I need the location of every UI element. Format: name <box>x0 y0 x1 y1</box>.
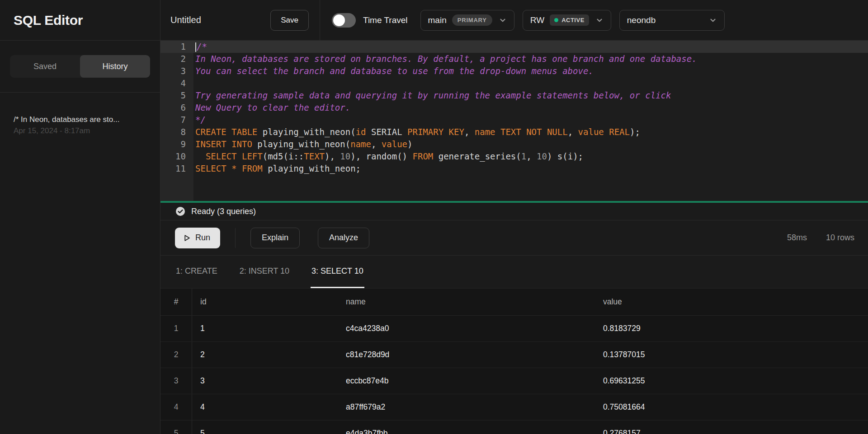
code-text: SELECT * FROM playing_with_neon; <box>193 163 868 175</box>
code-text: In Neon, databases are stored on branche… <box>193 53 868 65</box>
result-row-count: 10 rows <box>826 233 854 243</box>
table-cell: 4 <box>192 394 338 420</box>
main-panel: Untitled Save Time Travel main PRIMARY R… <box>160 0 868 434</box>
active-dot-icon <box>554 18 558 22</box>
result-tab-2-insert-10[interactable]: 2: INSERT 10 <box>239 256 290 288</box>
table-row[interactable]: 11c4ca4238a00.8183729 <box>160 316 868 342</box>
status-row: Ready (3 queries) <box>160 203 868 220</box>
code-line[interactable]: 3You can select the branch and database … <box>160 65 868 77</box>
code-text: Try generating sample data and querying … <box>193 89 868 102</box>
status-message: Ready (3 queries) <box>191 207 256 216</box>
query-duration: 58ms <box>787 233 807 243</box>
save-button[interactable]: Save <box>270 10 309 31</box>
code-text: */ <box>193 114 868 126</box>
line-number: 3 <box>160 65 193 77</box>
history-list: /* In Neon, databases are sto...Apr 15, … <box>0 93 160 159</box>
table-cell: 4 <box>160 394 192 420</box>
run-stats: 58ms 10 rows <box>787 233 854 243</box>
branch-primary-badge: PRIMARY <box>452 14 492 26</box>
time-travel-label: Time Travel <box>363 15 408 25</box>
results-table: #idnamevalue11c4ca4238a00.818372922c81e7… <box>160 289 868 434</box>
column-header-value: value <box>595 289 868 315</box>
sidebar: SQL Editor SavedHistory /* In Neon, data… <box>0 0 160 434</box>
code-line[interactable]: 11SELECT * FROM playing_with_neon; <box>160 163 868 175</box>
code-line[interactable]: 9INSERT INTO playing_with_neon(name, val… <box>160 138 868 150</box>
table-row[interactable]: 55e4da3b7fbb0.2768157 <box>160 420 868 434</box>
table-cell: 0.8183729 <box>595 316 868 341</box>
table-cell: 0.2768157 <box>595 420 868 434</box>
line-number: 4 <box>160 77 193 89</box>
table-row[interactable]: 22c81e728d9d0.13787015 <box>160 342 868 368</box>
code-line[interactable]: 6New Query to clear the editor. <box>160 102 868 114</box>
code-line[interactable]: 1/* <box>160 41 868 53</box>
table-cell: 1 <box>160 316 192 341</box>
analyze-button[interactable]: Analyze <box>318 228 369 248</box>
code-line[interactable]: 4 <box>160 77 868 89</box>
sidebar-tabs-wrap: SavedHistory <box>0 41 160 93</box>
compute-selector[interactable]: RW ACTIVE <box>523 10 611 31</box>
line-number: 8 <box>160 126 193 138</box>
code-text: SELECT LEFT(md5(i::TEXT), 10), random() … <box>193 150 868 163</box>
table-cell: 5 <box>160 420 192 434</box>
time-travel-toggle[interactable] <box>332 13 356 28</box>
database-name: neondb <box>627 15 656 25</box>
saved-history-switch: SavedHistory <box>10 55 150 78</box>
table-row[interactable]: 33eccbc87e4b0.69631255 <box>160 368 868 394</box>
line-number: 6 <box>160 102 193 114</box>
result-tab-1-create[interactable]: 1: CREATE <box>175 256 218 288</box>
sidebar-tab-saved[interactable]: Saved <box>10 55 80 78</box>
code-line[interactable]: 2In Neon, databases are stored on branch… <box>160 53 868 65</box>
table-cell: 2 <box>160 342 192 368</box>
table-cell: 2 <box>192 342 338 368</box>
code-text: New Query to clear the editor. <box>193 102 868 114</box>
table-header-row: #idnamevalue <box>160 289 868 316</box>
code-line[interactable]: 7*/ <box>160 114 868 126</box>
sidebar-header: SQL Editor <box>0 0 160 41</box>
table-cell: c81e728d9d <box>338 342 595 368</box>
compute-active-badge: ACTIVE <box>550 14 589 26</box>
code-line[interactable]: 5Try generating sample data and querying… <box>160 89 868 102</box>
table-cell: 3 <box>192 368 338 394</box>
line-number: 1 <box>160 41 193 53</box>
run-button[interactable]: Run <box>175 228 220 248</box>
branch-selector[interactable]: main PRIMARY <box>420 10 514 31</box>
editor-header: Untitled Save Time Travel main PRIMARY R… <box>160 0 868 41</box>
table-cell: eccbc87e4b <box>338 368 595 394</box>
history-list-item[interactable]: /* In Neon, databases are sto...Apr 15, … <box>14 114 146 137</box>
line-number: 2 <box>160 53 193 65</box>
column-header-id: id <box>192 289 338 315</box>
table-cell: 0.75081664 <box>595 394 868 420</box>
explain-button[interactable]: Explain <box>250 228 300 248</box>
line-number: 5 <box>160 89 193 102</box>
table-cell: 1 <box>192 316 338 341</box>
play-icon <box>183 234 191 242</box>
sidebar-tab-history[interactable]: History <box>80 55 150 78</box>
database-selector[interactable]: neondb <box>619 10 725 31</box>
line-number: 11 <box>160 163 193 175</box>
query-title: Untitled <box>170 15 201 25</box>
code-text: You can select the branch and database t… <box>193 65 868 77</box>
sql-code-editor[interactable]: 1/*2In Neon, databases are stored on bra… <box>160 41 868 201</box>
table-cell: a87ff679a2 <box>338 394 595 420</box>
result-tab-3-select-10[interactable]: 3: SELECT 10 <box>311 256 364 288</box>
table-row[interactable]: 44a87ff679a20.75081664 <box>160 394 868 420</box>
time-travel-group: Time Travel <box>332 13 408 28</box>
table-cell: c4ca4238a0 <box>338 316 595 341</box>
text-cursor <box>195 42 196 52</box>
code-line[interactable]: 8CREATE TABLE playing_with_neon(id SERIA… <box>160 126 868 138</box>
check-circle-icon <box>175 206 185 216</box>
table-cell: 3 <box>160 368 192 394</box>
query-header-section: Untitled Save <box>160 0 320 40</box>
history-item-timestamp: Apr 15, 2024 - 8:17am <box>14 125 146 137</box>
code-line[interactable]: 10 SELECT LEFT(md5(i::TEXT), 10), random… <box>160 150 868 163</box>
line-number: 9 <box>160 138 193 150</box>
chevron-down-icon <box>499 16 507 24</box>
result-statement-tabs: 1: CREATE2: INSERT 103: SELECT 10 <box>160 256 868 289</box>
line-number: 7 <box>160 114 193 126</box>
history-item-title: /* In Neon, databases are sto... <box>14 114 146 125</box>
page-title: SQL Editor <box>14 13 83 28</box>
code-text: /* <box>193 41 868 53</box>
chevron-down-icon <box>595 16 604 24</box>
compute-name: RW <box>530 15 544 25</box>
code-text: INSERT INTO playing_with_neon(name, valu… <box>193 138 868 150</box>
